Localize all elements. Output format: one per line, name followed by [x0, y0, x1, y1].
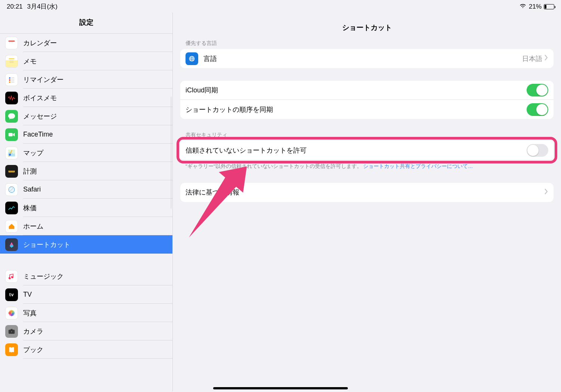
- detail-pane: ショートカット 優先する言語 言語 日本語: [173, 12, 561, 392]
- sidebar-item-shortcuts[interactable]: ショートカット: [0, 235, 172, 254]
- language-label: 言語: [203, 54, 522, 63]
- language-row[interactable]: 言語 日本語: [180, 49, 554, 68]
- svg-point-10: [9, 81, 10, 83]
- sidebar-item-label: メモ: [23, 57, 37, 66]
- books-icon: [5, 343, 18, 356]
- status-date: 3月4日(水): [27, 2, 58, 11]
- sidebar-item-label: リマインダー: [23, 75, 64, 84]
- sidebar-item-label: ブック: [23, 345, 43, 354]
- sidebar-item-notes[interactable]: メモ: [0, 52, 172, 70]
- sidebar-item-calendar[interactable]: カレンダー: [0, 34, 172, 52]
- svg-rect-38: [10, 329, 13, 330]
- status-bar: 20:21 3月4日(水) 21%: [0, 0, 561, 12]
- order-sync-row[interactable]: ショートカットの順序を同期: [180, 100, 554, 119]
- sidebar-item-label: ショートカット: [23, 240, 70, 249]
- legal-row[interactable]: 法律に基づく情報: [180, 183, 554, 202]
- security-footer-text: "ギャラリー"以外の信頼されていないショートカットの受信を許可します。: [186, 163, 362, 169]
- sidebar-item-label: 写真: [23, 309, 37, 318]
- sidebar-item-label: カメラ: [23, 327, 43, 336]
- sidebar-item-reminders[interactable]: リマインダー: [0, 70, 172, 89]
- sidebar: 設定 カレンダー メモ リマインダー: [0, 12, 173, 392]
- language-group-title: 優先する言語: [186, 40, 554, 47]
- svg-point-33: [9, 313, 12, 315]
- svg-point-32: [12, 313, 14, 315]
- sidebar-item-facetime[interactable]: FaceTime: [0, 125, 172, 144]
- tv-icon: tv: [5, 288, 18, 301]
- stocks-icon: [5, 202, 18, 214]
- sidebar-item-messages[interactable]: メッセージ: [0, 107, 172, 125]
- maps-icon: [5, 147, 18, 159]
- sidebar-title: 設定: [0, 12, 172, 34]
- sidebar-item-maps[interactable]: マップ: [0, 144, 172, 162]
- measure-icon: [5, 165, 18, 178]
- icloud-sync-row[interactable]: iCloud同期: [180, 81, 554, 100]
- svg-point-31: [12, 310, 14, 313]
- sidebar-item-camera[interactable]: カメラ: [0, 322, 172, 340]
- wifi-icon: [519, 3, 527, 10]
- sidebar-item-label: マップ: [23, 148, 43, 157]
- sidebar-item-label: TV: [23, 291, 32, 298]
- sidebar-item-measure[interactable]: 計測: [0, 162, 172, 180]
- photos-icon: [5, 307, 18, 319]
- chevron-right-icon: [544, 188, 548, 197]
- sidebar-item-label: 計測: [23, 167, 37, 176]
- svg-point-26: [12, 276, 13, 278]
- svg-point-15: [9, 153, 11, 156]
- sidebar-item-tv[interactable]: tv TV: [0, 285, 172, 304]
- svg-point-34: [9, 310, 12, 313]
- svg-rect-14: [9, 133, 13, 136]
- svg-rect-1: [9, 42, 15, 46]
- legal-label: 法律に基づく情報: [186, 188, 544, 197]
- sidebar-item-label: 株価: [23, 203, 37, 212]
- music-icon: [5, 270, 18, 283]
- status-time: 20:21: [7, 3, 23, 10]
- untrusted-row[interactable]: 信頼されていないショートカットを許可: [180, 141, 554, 160]
- sidebar-item-books[interactable]: ブック: [0, 340, 172, 359]
- sidebar-item-voicememo[interactable]: ボイスメモ: [0, 89, 172, 107]
- calendar-icon: [5, 37, 18, 49]
- sidebar-item-label: FaceTime: [23, 131, 53, 138]
- untrusted-toggle[interactable]: [527, 144, 548, 157]
- language-value: 日本語: [522, 54, 542, 63]
- sidebar-item-stocks[interactable]: 株価: [0, 199, 172, 217]
- voicememo-icon: [5, 92, 18, 104]
- battery-text: 21%: [529, 3, 542, 10]
- svg-point-2: [10, 42, 10, 43]
- sidebar-item-label: カレンダー: [23, 39, 57, 48]
- svg-point-4: [12, 42, 13, 43]
- notes-icon: [5, 55, 18, 68]
- icloud-sync-toggle[interactable]: [527, 84, 548, 97]
- security-group-title: 共有セキュリティ: [186, 132, 554, 138]
- sidebar-item-label: メッセージ: [23, 112, 57, 121]
- sidebar-item-label: ボイスメモ: [23, 94, 57, 102]
- home-indicator: [213, 387, 348, 389]
- svg-rect-0: [9, 40, 15, 42]
- detail-title: ショートカット: [173, 12, 561, 40]
- globe-icon: [186, 52, 198, 65]
- svg-point-9: [9, 79, 10, 80]
- svg-point-25: [9, 277, 11, 279]
- svg-rect-5: [9, 58, 15, 59]
- sidebar-item-home[interactable]: ホーム: [0, 217, 172, 235]
- sidebar-item-safari[interactable]: Safari: [0, 180, 172, 199]
- safari-icon: [5, 183, 18, 196]
- battery-icon: [544, 4, 554, 9]
- sidebar-item-label: Safari: [23, 186, 41, 193]
- scrollbar[interactable]: [171, 97, 172, 209]
- sidebar-item-label: ホーム: [23, 222, 43, 231]
- security-footer: "ギャラリー"以外の信頼されていないショートカットの受信を許可します。 ショート…: [186, 163, 548, 170]
- svg-point-3: [11, 42, 12, 43]
- reminders-icon: [5, 73, 18, 86]
- untrusted-label: 信頼されていないショートカットを許可: [186, 146, 527, 155]
- order-sync-label: ショートカットの順序を同期: [186, 105, 527, 114]
- order-sync-toggle[interactable]: [527, 103, 548, 116]
- security-footer-link[interactable]: ショートカット共有とプライバシーについて…: [363, 163, 473, 169]
- icloud-sync-label: iCloud同期: [186, 86, 527, 95]
- svg-point-37: [11, 331, 12, 332]
- sidebar-item-music[interactable]: ミュージック: [0, 267, 172, 285]
- shortcuts-icon: [5, 238, 18, 251]
- camera-icon: [5, 325, 18, 338]
- svg-point-8: [9, 77, 10, 79]
- sidebar-item-photos[interactable]: 写真: [0, 304, 172, 322]
- sidebar-spacer: [0, 254, 172, 267]
